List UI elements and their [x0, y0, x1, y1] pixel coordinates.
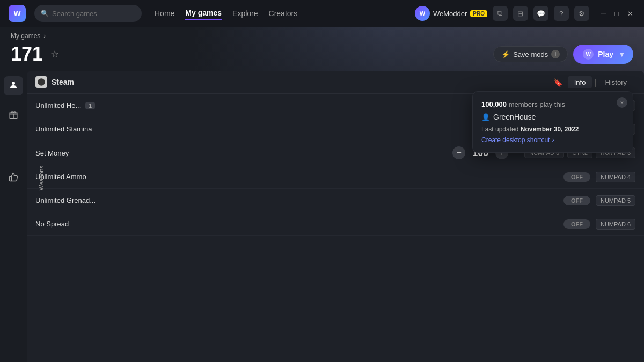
avatar: W [415, 6, 430, 21]
keybind-numpad4[interactable]: NUMPAD 4 [596, 172, 635, 182]
svg-point-0 [12, 82, 15, 85]
mod-row-unlimited-grenades: Unlimited Grenad... OFF NUMPAD 5 [27, 189, 644, 212]
window-controls: ─ □ ✕ [599, 9, 635, 19]
user-name: WeModder [433, 10, 467, 18]
sidebar-item-person[interactable] [4, 76, 23, 95]
popup-updated: Last updated November 30, 2022 [481, 125, 624, 133]
sidebar-item-thumbs-up[interactable]: Weapons [4, 168, 23, 188]
help-icon-btn[interactable]: ? [554, 6, 569, 21]
popup-card: × 100,000 members play this 👤 GreenHouse… [472, 91, 633, 153]
platform-row: Steam 🔖 Info | History [27, 71, 644, 94]
play-w-icon: W [583, 49, 594, 60]
svg-point-2 [38, 78, 45, 85]
discord-icon-btn[interactable]: 💬 [533, 6, 548, 21]
mod-row-unlimited-ammo: Unlimited Ammo OFF NUMPAD 4 [27, 165, 644, 189]
search-bar: 🔍 [34, 5, 142, 22]
author-name: GreenHouse [493, 113, 536, 121]
nav-explore[interactable]: Explore [232, 7, 258, 20]
header-section: My games › 171 ☆ ⚡ Save mods i W Play ▾ [0, 27, 644, 65]
top-nav: W 🔍 Home My games Explore Creators W WeM… [0, 0, 644, 27]
mod-name-2: Set Money [35, 149, 447, 157]
breadcrumb-parent[interactable]: My games [11, 32, 40, 40]
play-chevron-icon: ▾ [620, 50, 624, 58]
save-mods-label: Save mods [513, 50, 548, 58]
play-button[interactable]: W Play ▾ [573, 45, 633, 64]
popup-author: 👤 GreenHouse [481, 113, 624, 121]
thumbs-up-icon [9, 172, 18, 184]
keybind-numpad6[interactable]: NUMPAD 6 [596, 219, 635, 230]
save-mods-button[interactable]: ⚡ Save mods i [493, 46, 568, 62]
main-area: My games › 171 ☆ ⚡ Save mods i W Play ▾ [0, 27, 644, 362]
mod-name-5: No Spread [35, 220, 558, 228]
nav-creators[interactable]: Creators [269, 7, 298, 20]
title-row: 171 ☆ ⚡ Save mods i W Play ▾ [11, 43, 633, 65]
toggle-unlimited-grenades[interactable]: OFF [564, 196, 590, 205]
decrement-money-btn[interactable]: − [452, 146, 465, 159]
info-icon[interactable]: i [551, 50, 560, 58]
toggle-no-spread[interactable]: OFF [564, 219, 590, 229]
create-shortcut-link[interactable]: Create desktop shortcut › [481, 136, 624, 144]
gift-icon [9, 110, 18, 122]
sidebar: Weapons [0, 71, 27, 362]
bolt-icon: ⚡ [501, 50, 510, 58]
close-btn[interactable]: ✕ [625, 9, 635, 19]
platform-name: Steam [52, 78, 74, 86]
tab-info[interactable]: Info [568, 76, 592, 88]
breadcrumb: My games › [11, 32, 633, 40]
user-badge: W WeModder PRO [415, 6, 487, 21]
copy-icon-btn[interactable]: ⧉ [493, 6, 508, 21]
info-tab-row: 🔖 Info | History [553, 76, 633, 88]
mod-count-0: 1 [85, 102, 95, 109]
weapons-label: Weapons [38, 166, 45, 190]
steam-icon [35, 76, 47, 88]
nav-my-games[interactable]: My games [185, 6, 222, 20]
layers-icon-btn[interactable]: ⊟ [513, 6, 528, 21]
mod-name-3: Unlimited Ammo [35, 173, 558, 181]
toggle-unlimited-ammo[interactable]: OFF [564, 172, 590, 182]
title-actions: ⚡ Save mods i W Play ▾ [493, 45, 633, 64]
nav-right: W WeModder PRO ⧉ ⊟ 💬 ? ⚙ ─ □ ✕ [415, 6, 635, 21]
settings-icon-btn[interactable]: ⚙ [574, 6, 589, 21]
page-title: 171 [11, 43, 43, 65]
sidebar-item-gift[interactable] [4, 106, 23, 125]
popup-close-btn[interactable]: × [617, 97, 627, 108]
bookmark-icon: 🔖 [553, 78, 562, 87]
nav-links: Home My games Explore Creators [155, 6, 297, 20]
breadcrumb-separator: › [43, 32, 46, 40]
minimize-btn[interactable]: ─ [599, 9, 608, 19]
maximize-btn[interactable]: □ [612, 9, 621, 19]
favorite-star-icon[interactable]: ☆ [50, 48, 59, 60]
tab-history[interactable]: History [599, 76, 633, 88]
author-icon: 👤 [481, 113, 490, 121]
play-label: Play [598, 50, 613, 58]
pro-badge: PRO [470, 10, 487, 17]
app-logo[interactable]: W [9, 5, 26, 22]
person-icon [9, 80, 18, 92]
nav-home[interactable]: Home [155, 7, 174, 20]
search-icon: 🔍 [41, 10, 49, 17]
mod-row-no-spread: No Spread OFF NUMPAD 6 [27, 212, 644, 236]
keybind-numpad5[interactable]: NUMPAD 5 [596, 195, 635, 206]
popup-members: 100,000 members play this [481, 100, 624, 108]
shortcut-arrow-icon: › [552, 136, 554, 144]
search-input[interactable] [52, 10, 127, 18]
mod-name-4: Unlimited Grenad... [35, 196, 558, 204]
